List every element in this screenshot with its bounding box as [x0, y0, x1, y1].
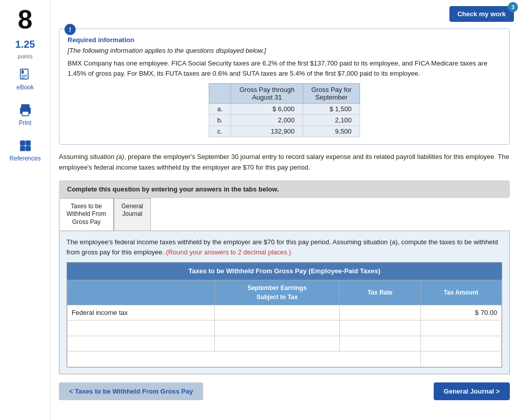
row1-rate-input[interactable] — [344, 309, 416, 316]
row4-amount-input[interactable] — [457, 355, 497, 363]
bottom-nav: < Taxes to be Withheld From Gross Pay Ge… — [59, 382, 510, 400]
row2-rate-cell[interactable] — [340, 320, 420, 336]
svg-rect-9 — [20, 141, 25, 145]
row3-amount-input[interactable] — [457, 340, 497, 347]
tab-general-journal[interactable]: GeneralJournal — [114, 198, 151, 231]
col-header-1: Gross Pay throughAugust 31 — [231, 84, 303, 104]
tab-note: (Round your answers to 2 decimal places.… — [166, 248, 291, 256]
svg-rect-7 — [22, 111, 28, 116]
sidebar-item-print[interactable]: Print — [16, 99, 35, 131]
taxes-table-title: Taxes to be Withheld From Gross Pay (Emp… — [67, 263, 502, 280]
table-row — [68, 351, 502, 367]
info-subtitle: [The following information applies to th… — [68, 47, 501, 54]
row2-rate-input[interactable] — [344, 324, 416, 332]
sidebar-item-ebook[interactable]: eBook — [14, 63, 36, 95]
row-c-col2: 9,500 — [303, 126, 360, 137]
row1-label: Federal income tax — [68, 305, 215, 320]
row2-label — [68, 320, 215, 336]
row3-amount-cell[interactable] — [420, 336, 501, 351]
next-label: General Journal > — [444, 387, 500, 395]
complete-box-text: Complete this question by entering your … — [67, 185, 279, 193]
row-c-col1: 132,900 — [231, 126, 303, 137]
svg-point-8 — [28, 110, 29, 111]
points-label: points — [18, 53, 32, 59]
table-row — [68, 320, 502, 336]
row-b-col1: 2,000 — [231, 115, 303, 126]
table-row: Federal income tax $ 70.00 — [68, 305, 502, 320]
table-row: b. 2,000 2,100 — [209, 115, 360, 126]
check-badge: 3 — [508, 2, 518, 12]
th-rate: Tax Rate — [340, 280, 420, 305]
svg-rect-12 — [26, 146, 30, 151]
gross-pay-table: Gross Pay throughAugust 31 Gross Pay for… — [209, 83, 361, 137]
tab-taxes-withheld[interactable]: Taxes to beWithheld FromGross Pay — [59, 198, 114, 231]
row1-earnings-cell[interactable] — [214, 305, 339, 320]
table-row: c. 132,900 9,500 — [209, 126, 360, 137]
ebook-label: eBook — [16, 84, 34, 91]
row3-rate-input[interactable] — [344, 340, 416, 347]
svg-rect-1 — [21, 70, 23, 74]
row4-amount-cell[interactable] — [420, 351, 501, 367]
row3-earnings-cell[interactable] — [214, 336, 339, 351]
row-label-b: b. — [209, 115, 231, 126]
row1-earnings-input[interactable] — [219, 309, 335, 316]
row1-amount-value: 70.00 — [480, 308, 497, 318]
check-btn-container: Check my work 3 — [449, 6, 514, 22]
row-a-col2: $ 1,500 — [303, 104, 360, 115]
tabs-container: Taxes to beWithheld FromGross Pay Genera… — [59, 198, 510, 231]
th-earnings: September EarningsSubject to Tax — [214, 280, 339, 305]
ebook-icon — [18, 68, 32, 82]
row3-label — [68, 336, 215, 351]
col-header-2: Gross Pay forSeptember — [303, 84, 360, 104]
sidebar-item-references[interactable]: References — [8, 135, 43, 166]
row-a-col1: $ 6,000 — [231, 104, 303, 115]
row3-earnings-input[interactable] — [219, 340, 335, 347]
th-description — [68, 280, 215, 305]
svg-rect-11 — [20, 146, 25, 151]
print-icon — [18, 103, 32, 117]
row2-earnings-input[interactable] — [219, 324, 335, 332]
row1-dollar-sign: $ — [475, 308, 478, 318]
th-amount: Tax Amount — [420, 280, 501, 305]
row3-rate-cell[interactable] — [340, 336, 420, 351]
row1-rate-cell[interactable] — [340, 305, 420, 320]
row2-earnings-cell[interactable] — [214, 320, 339, 336]
row2-amount-input[interactable] — [457, 324, 497, 332]
complete-box: Complete this question by entering your … — [59, 180, 510, 198]
info-icon: ! — [64, 24, 76, 35]
prev-button[interactable]: < Taxes to be Withheld From Gross Pay — [59, 382, 203, 400]
info-title: Required information — [68, 36, 501, 44]
prev-label: < Taxes to be Withheld From Gross Pay — [69, 387, 193, 395]
table-row: a. $ 6,000 $ 1,500 — [209, 104, 360, 115]
tab-content: The employee's federal income taxes with… — [59, 231, 510, 374]
sidebar: 8 1.25 points eBook — [0, 0, 51, 420]
row-label-a: a. — [209, 104, 231, 115]
svg-rect-10 — [26, 141, 30, 145]
info-box: ! Required information [The following in… — [59, 28, 510, 145]
print-label: Print — [19, 119, 31, 126]
points-value: 1.25 — [15, 39, 35, 50]
row1-amount-cell: $ 70.00 — [420, 305, 501, 320]
check-my-work-button[interactable]: Check my work 3 — [449, 6, 514, 22]
info-body: BMX Company has one employee. FICA Socia… — [68, 58, 501, 78]
row4-label — [68, 351, 421, 367]
main-content: Check my work 3 ! Required information [… — [51, 0, 520, 420]
row2-amount-cell[interactable] — [420, 320, 501, 336]
references-label: References — [10, 155, 41, 162]
next-button[interactable]: General Journal > — [434, 382, 510, 400]
table-row — [68, 336, 502, 351]
question-text: Assuming situation (a), prepare the empl… — [59, 152, 510, 173]
references-icon — [18, 139, 32, 153]
row-label-c: c. — [209, 126, 231, 137]
row1-amount-display: $ 70.00 — [425, 308, 497, 318]
taxes-table: September EarningsSubject to Tax Tax Rat… — [67, 280, 502, 367]
question-number: 8 — [18, 6, 32, 33]
row-b-col2: 2,100 — [303, 115, 360, 126]
taxes-table-wrapper: Taxes to be Withheld From Gross Pay (Emp… — [67, 262, 502, 368]
check-btn-label: Check my work — [458, 10, 506, 18]
